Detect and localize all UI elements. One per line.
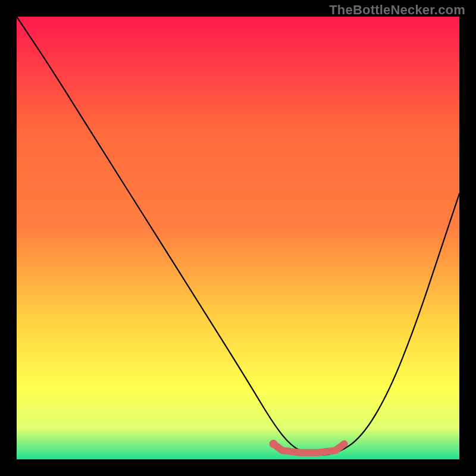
chart-background bbox=[17, 17, 459, 459]
chart-svg bbox=[17, 17, 459, 459]
chart-container: TheBottleNecker.com bbox=[0, 0, 476, 476]
optimal-range-start-dot bbox=[270, 440, 278, 448]
chart-plot bbox=[17, 17, 459, 459]
attribution-label: TheBottleNecker.com bbox=[329, 2, 465, 18]
